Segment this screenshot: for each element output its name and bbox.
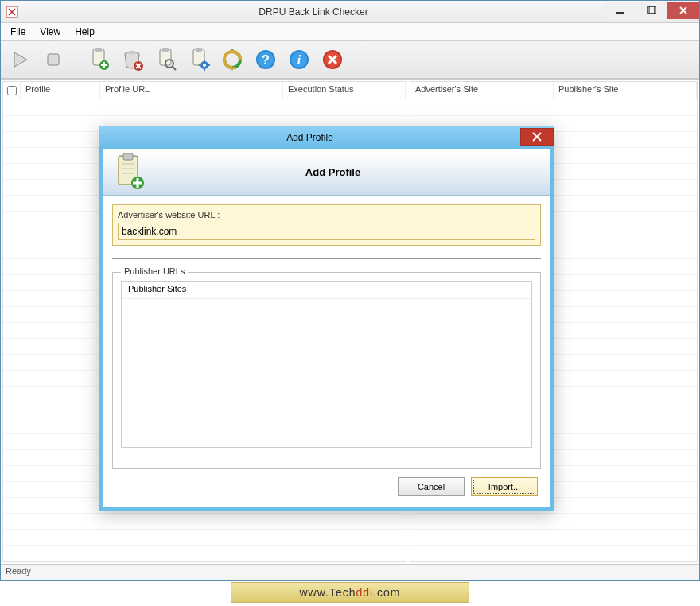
left-column-headers: Profile Profile URL Execution Status [3,82,406,99]
titlebar: DRPU Back Link Checker [1,1,699,23]
svg-rect-1 [616,12,624,14]
col-adv-site[interactable]: Advertiser's Site [410,82,554,99]
menu-file[interactable]: File [4,25,32,39]
col-profile-url[interactable]: Profile URL [100,82,283,99]
menubar: File View Help [1,23,699,41]
svg-point-16 [203,64,206,67]
toolbar: ? i [1,41,699,79]
svg-rect-4 [48,54,59,65]
dialog-button-row: Cancel Import... [112,469,541,499]
dialog-banner: Add Profile [103,149,550,196]
refresh-button[interactable] [218,45,247,74]
maximize-button[interactable] [636,2,667,19]
minimize-button[interactable] [604,2,636,19]
right-column-headers: Advertiser's Site Publisher's Site [410,82,697,99]
menu-view[interactable]: View [33,25,67,39]
info-button[interactable]: i [285,45,313,74]
svg-rect-11 [162,48,169,52]
dialog-title: Add Profile [99,132,520,143]
col-exec-status[interactable]: Execution Status [283,82,406,99]
watermark: www.Techddi.com [231,582,469,603]
publisher-urls-fieldset: Publisher URLs Publisher Sites [112,272,541,469]
stop-button[interactable] [39,45,68,74]
app-icon [6,6,18,18]
divider [112,258,541,259]
help-button[interactable]: ? [251,45,280,74]
cancel-button[interactable]: Cancel [398,477,465,496]
publisher-sites-header[interactable]: Publisher Sites [122,282,531,298]
window-title: DRPU Back Link Checker [23,6,604,17]
delete-button[interactable] [118,45,146,74]
svg-rect-30 [123,153,133,160]
publisher-urls-legend: Publisher URLs [121,266,188,276]
advertiser-url-label: Advertiser's website URL : [118,210,535,219]
dialog-titlebar[interactable]: Add Profile [99,126,554,149]
import-button[interactable]: Import... [471,477,538,496]
svg-text:i: i [298,53,301,67]
statusbar: Ready [1,564,699,580]
svg-rect-14 [196,48,202,52]
dialog-close-button[interactable] [520,128,554,146]
col-pub-site[interactable]: Publisher's Site [554,82,697,99]
menu-help[interactable]: Help [68,25,101,39]
add-profile-dialog: Add Profile Add Profile Advertiser's web… [99,126,554,511]
play-button[interactable] [6,45,34,74]
advertiser-url-input[interactable] [118,223,535,240]
search-profile-button[interactable] [151,45,180,74]
svg-rect-2 [648,6,655,14]
publisher-sites-list[interactable]: Publisher Sites [121,281,532,448]
close-button[interactable] [667,2,699,19]
clipboard-add-icon [112,153,147,191]
svg-rect-6 [95,48,102,52]
settings-profile-button[interactable] [185,45,213,74]
add-profile-button[interactable] [84,45,113,74]
toolbar-separator [76,45,76,74]
col-profile[interactable]: Profile [21,82,100,99]
exit-button[interactable] [318,45,347,74]
svg-text:?: ? [262,53,270,67]
advertiser-url-group: Advertiser's website URL : [112,204,541,246]
select-all-checkbox[interactable] [3,82,21,99]
dialog-banner-title: Add Profile [163,166,503,178]
